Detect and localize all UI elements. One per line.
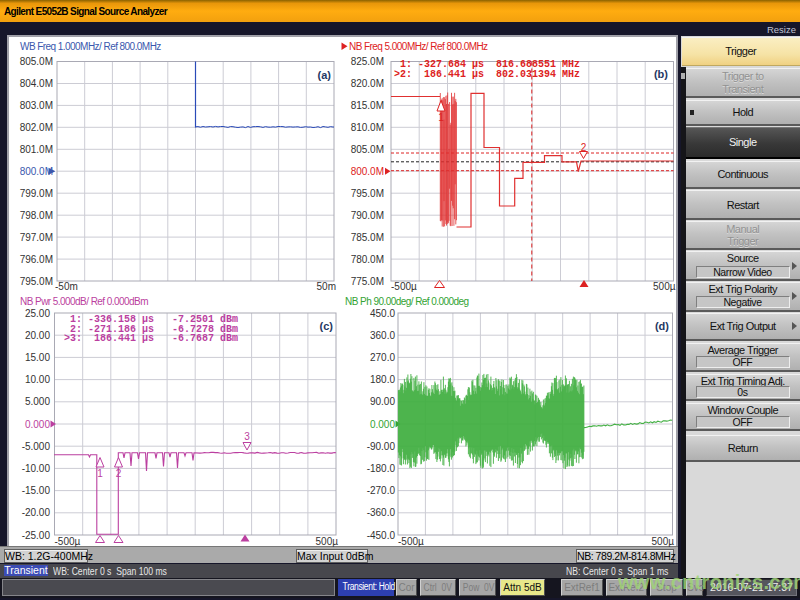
svg-text:450.0: 450.0 bbox=[370, 308, 395, 319]
svg-text:500µ: 500µ bbox=[316, 536, 339, 547]
svg-text:2: 2 bbox=[116, 468, 122, 479]
svg-text:780.0M: 780.0M bbox=[351, 254, 384, 265]
svg-text:(b): (b) bbox=[654, 68, 668, 80]
svg-text:NB Freq 5.000MHz/ Ref 800.0MHz: NB Freq 5.000MHz/ Ref 800.0MHz bbox=[349, 41, 488, 52]
svg-text:2: 2 bbox=[581, 142, 587, 153]
svg-text:25.00: 25.00 bbox=[25, 308, 50, 319]
svg-text:-90.00: -90.00 bbox=[367, 441, 396, 452]
svg-text:785.0M: 785.0M bbox=[351, 232, 384, 243]
svg-text:804.0M: 804.0M bbox=[20, 78, 53, 89]
svg-text:803.0M: 803.0M bbox=[20, 100, 53, 111]
svg-text:50m: 50m bbox=[317, 281, 336, 292]
svg-text:270.0: 270.0 bbox=[370, 352, 395, 363]
svg-text:-5.000: -5.000 bbox=[22, 441, 51, 452]
svg-text:810.0M: 810.0M bbox=[351, 122, 384, 133]
svg-text:-25.00: -25.00 bbox=[22, 530, 51, 541]
svg-text:20.00: 20.00 bbox=[25, 330, 50, 341]
svg-text:-15.00: -15.00 bbox=[22, 485, 51, 496]
svg-text:90.00: 90.00 bbox=[370, 396, 395, 407]
svg-text:(a): (a) bbox=[318, 69, 332, 81]
svg-text:795.0M: 795.0M bbox=[20, 276, 53, 287]
svg-text:15.00: 15.00 bbox=[25, 352, 50, 363]
svg-text:NB Ph 90.00deg/ Ref 0.000deg: NB Ph 90.00deg/ Ref 0.000deg bbox=[345, 296, 469, 307]
svg-text:-180.0: -180.0 bbox=[367, 463, 396, 474]
svg-text:815.0M: 815.0M bbox=[351, 100, 384, 111]
svg-text:3: 3 bbox=[244, 431, 250, 442]
svg-text:500µ: 500µ bbox=[653, 281, 676, 292]
svg-text:820.0M: 820.0M bbox=[351, 78, 384, 89]
svg-text:802.0M: 802.0M bbox=[20, 122, 53, 133]
svg-text:>3: 186.441 µs -6.7687 dBm: >3: 186.441 µs -6.7687 dBm bbox=[64, 333, 238, 344]
svg-text:-10.00: -10.00 bbox=[22, 463, 51, 474]
svg-text:1: 1 bbox=[97, 468, 103, 479]
svg-text:10.00: 10.00 bbox=[25, 374, 50, 385]
svg-text:-500µ: -500µ bbox=[55, 536, 81, 547]
svg-text:801.0M: 801.0M bbox=[20, 144, 53, 155]
svg-text:-20.00: -20.00 bbox=[22, 507, 51, 518]
svg-text:(d): (d) bbox=[655, 320, 669, 332]
svg-text:-360.0: -360.0 bbox=[367, 507, 396, 518]
svg-text:0.000: 0.000 bbox=[370, 419, 395, 430]
svg-text:>2: 186.441 µs 802.031394 MH: >2: 186.441 µs 802.031394 MHz bbox=[394, 69, 580, 80]
svg-text:797.0M: 797.0M bbox=[20, 232, 53, 243]
svg-text:-500µ: -500µ bbox=[391, 281, 417, 292]
svg-text:-50m: -50m bbox=[55, 281, 78, 292]
svg-text:800.0M: 800.0M bbox=[351, 166, 384, 177]
svg-text:775.0M: 775.0M bbox=[351, 276, 384, 287]
svg-text:1: 1 bbox=[438, 112, 444, 123]
svg-text:-500µ: -500µ bbox=[398, 536, 424, 547]
svg-text:500µ: 500µ bbox=[652, 536, 675, 547]
svg-text:800.0M: 800.0M bbox=[20, 166, 53, 177]
svg-text:790.0M: 790.0M bbox=[351, 210, 384, 221]
svg-text:825.0M: 825.0M bbox=[351, 56, 384, 67]
svg-text:0.000: 0.000 bbox=[25, 419, 50, 430]
svg-text:805.0M: 805.0M bbox=[351, 144, 384, 155]
svg-text:NB Pwr 5.000dB/ Ref 0.000dBm: NB Pwr 5.000dB/ Ref 0.000dBm bbox=[20, 296, 148, 307]
svg-text:798.0M: 798.0M bbox=[20, 210, 53, 221]
svg-text:WB Freq 1.000MHz/ Ref 800.0MHz: WB Freq 1.000MHz/ Ref 800.0MHz bbox=[20, 41, 161, 52]
svg-text:795.0M: 795.0M bbox=[351, 188, 384, 199]
svg-text:(c): (c) bbox=[320, 320, 334, 332]
svg-text:5.000: 5.000 bbox=[25, 396, 50, 407]
svg-text:-270.0: -270.0 bbox=[367, 485, 396, 496]
svg-text:796.0M: 796.0M bbox=[20, 254, 53, 265]
svg-text:-450.0: -450.0 bbox=[367, 530, 396, 541]
svg-text:180.0: 180.0 bbox=[370, 374, 395, 385]
svg-text:360.0: 360.0 bbox=[370, 330, 395, 341]
svg-text:805.0M: 805.0M bbox=[20, 56, 53, 67]
svg-text:799.0M: 799.0M bbox=[20, 188, 53, 199]
